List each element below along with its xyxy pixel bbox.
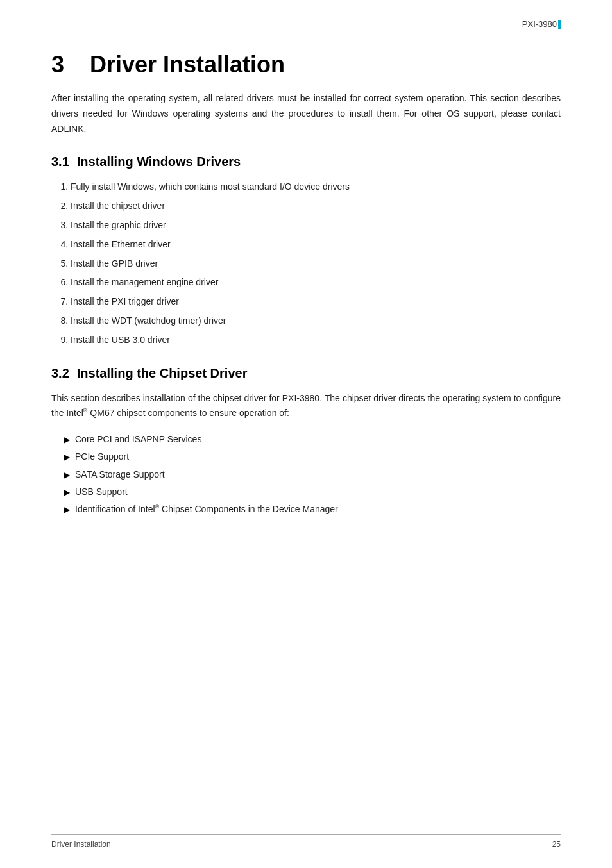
step-item-4: Install the Ethernet driver bbox=[71, 237, 561, 253]
footer-chapter-label: Driver Installation bbox=[51, 840, 111, 849]
section-31-title: 3.1 Installing Windows Drivers bbox=[51, 154, 561, 169]
bullet-text: PCIe Support bbox=[75, 449, 129, 465]
bullet-item-1: ▶Core PCI and ISAPNP Services bbox=[64, 431, 561, 447]
step-item-5: Install the GPIB driver bbox=[71, 256, 561, 272]
chipset-features-list: ▶Core PCI and ISAPNP Services▶PCIe Suppo… bbox=[64, 431, 561, 517]
step-item-3: Install the graphic driver bbox=[71, 218, 561, 233]
section-32-title: 3.2 Installing the Chipset Driver bbox=[51, 366, 561, 381]
section-32-number: 3.2 bbox=[51, 366, 69, 381]
footer-page-number: 25 bbox=[552, 840, 561, 849]
bullet-item-2: ▶PCIe Support bbox=[64, 449, 561, 465]
step-item-7: Install the PXI trigger driver bbox=[71, 294, 561, 310]
page-footer: Driver Installation 25 bbox=[51, 834, 561, 849]
section-31-title-text: Installing Windows Drivers bbox=[77, 154, 241, 169]
bullet-text: SATA Storage Support bbox=[75, 467, 165, 483]
section-32-title-text: Installing the Chipset Driver bbox=[77, 366, 248, 381]
bullet-item-5: ▶Identification of Intel® Chipset Compon… bbox=[64, 501, 561, 517]
page: PXI-3980 3 Driver Installation After ins… bbox=[0, 0, 612, 868]
page-header: PXI-3980 bbox=[522, 19, 561, 29]
section-32-text: This section describes installation of t… bbox=[51, 391, 561, 422]
step-item-6: Install the management engine driver bbox=[71, 275, 561, 290]
section-31-number: 3.1 bbox=[51, 154, 69, 169]
bullet-arrow-icon: ▶ bbox=[64, 486, 70, 500]
step-item-8: Install the WDT (watchdog timer) driver bbox=[71, 313, 561, 329]
model-label: PXI-3980 bbox=[522, 19, 557, 29]
header-bar-accent bbox=[558, 20, 561, 29]
step-item-9: Install the USB 3.0 driver bbox=[71, 333, 561, 348]
chapter-title: 3 Driver Installation bbox=[51, 51, 561, 78]
bullet-text: Identification of Intel® Chipset Compone… bbox=[75, 501, 338, 517]
bullet-arrow-icon: ▶ bbox=[64, 433, 70, 447]
bullet-arrow-icon: ▶ bbox=[64, 503, 70, 517]
chapter-number: 3 bbox=[51, 51, 77, 78]
section-32: 3.2 Installing the Chipset Driver This s… bbox=[51, 366, 561, 518]
bullet-arrow-icon: ▶ bbox=[64, 451, 70, 465]
bullet-arrow-icon: ▶ bbox=[64, 469, 70, 483]
steps-list: Fully install Windows, which contains mo… bbox=[71, 179, 561, 347]
chapter-title-text: Driver Installation bbox=[90, 51, 285, 78]
bullet-text: Core PCI and ISAPNP Services bbox=[75, 431, 201, 447]
bullet-item-4: ▶USB Support bbox=[64, 484, 561, 500]
intro-paragraph: After installing the operating system, a… bbox=[51, 91, 561, 137]
step-item-1: Fully install Windows, which contains mo… bbox=[71, 179, 561, 195]
bullet-item-3: ▶SATA Storage Support bbox=[64, 467, 561, 483]
step-item-2: Install the chipset driver bbox=[71, 199, 561, 214]
bullet-text: USB Support bbox=[75, 484, 128, 500]
